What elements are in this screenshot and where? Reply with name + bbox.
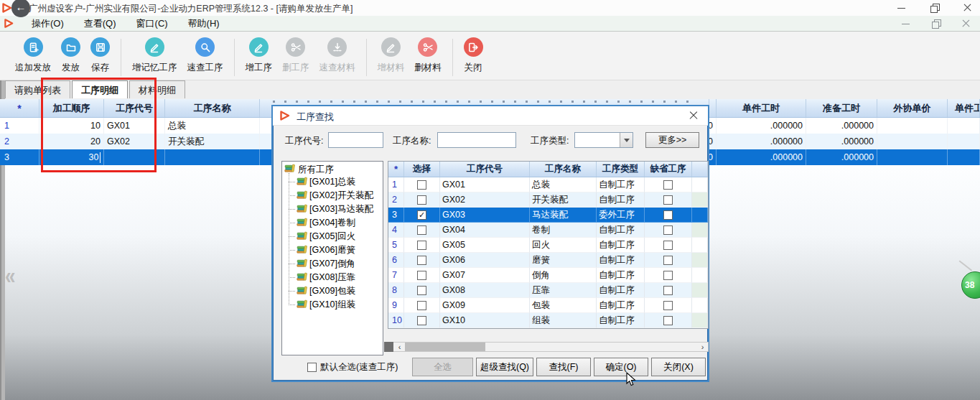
process-type-select[interactable]	[574, 132, 633, 148]
default-process-checkbox[interactable]	[663, 301, 673, 310]
default-process-checkbox[interactable]	[663, 286, 673, 295]
toolbar-button-label: 增工序	[246, 62, 273, 74]
dialog-table-row-GX07[interactable]: 7GX07倒角自制工序	[388, 268, 708, 283]
toolbar-button-增工序[interactable]: 增工序	[241, 37, 278, 74]
tree-item-7[interactable]: [GX08]压靠	[282, 271, 383, 284]
toolbar-button-速查材料[interactable]: 速查材料	[314, 37, 360, 74]
tree-item-6[interactable]: [GX07]倒角	[282, 257, 383, 271]
extra-cell	[692, 313, 708, 328]
back-overlay-icon[interactable]: ←	[11, 0, 30, 17]
toolbar-button-增记忆工序[interactable]: 增记忆工序	[127, 37, 182, 74]
scroll-right-icon[interactable]: ›	[698, 343, 707, 351]
toolbar-button-保存[interactable]: 保存	[85, 37, 115, 74]
save-icon	[90, 37, 110, 57]
dialog-table-row-GX10[interactable]: 10GX10组装自制工序	[388, 313, 708, 328]
dialog-table-row-GX01[interactable]: 1GX01总装自制工序	[388, 177, 708, 192]
toolbar-button-关闭[interactable]: 关闭	[459, 37, 488, 74]
process-type-cell: 自制工序	[597, 177, 645, 192]
default-process-checkbox[interactable]	[663, 180, 673, 190]
scrollbar-split-block[interactable]	[384, 342, 393, 352]
more-button[interactable]: 更多>>	[645, 132, 699, 148]
select-checkbox[interactable]	[417, 180, 426, 190]
scrollbar-thumb[interactable]	[405, 343, 485, 351]
dialog-table-row-GX03[interactable]: 3GX03马达装配委外工序	[388, 208, 708, 223]
dialog-table-row-GX02[interactable]: 2GX02开关装配自制工序	[388, 192, 708, 208]
default-process-checkbox[interactable]	[663, 271, 673, 280]
select-checkbox[interactable]	[417, 210, 426, 220]
toolbar-button-发放[interactable]: 发放	[56, 37, 85, 74]
tree-item-3[interactable]: [GX04]卷制	[282, 216, 383, 230]
toolbar-button-增材料[interactable]: 增材料	[373, 37, 410, 74]
select-checkbox[interactable]	[417, 286, 426, 295]
select-cell	[404, 298, 440, 313]
default-process-checkbox[interactable]	[663, 225, 673, 235]
process-name-cell: 开关装配	[530, 192, 597, 208]
tree-item-1[interactable]: [GX02]开关装配	[282, 189, 383, 203]
minimize-button[interactable]	[895, 2, 908, 14]
horizontal-scrollbar[interactable]: ‹ ›	[384, 342, 709, 352]
select-checkbox[interactable]	[417, 195, 426, 205]
dialog-button-确定(O)[interactable]: 确定(O)	[594, 358, 648, 376]
select-checkbox[interactable]	[417, 271, 426, 280]
default-process-checkbox[interactable]	[663, 316, 673, 325]
restore-button[interactable]	[928, 2, 941, 14]
process-type-cell: 自制工序	[597, 313, 645, 328]
cell: 0	[709, 149, 717, 165]
menu-item-3[interactable]: 帮助(H)	[178, 16, 230, 32]
tree-item-4[interactable]: [GX05]回火	[282, 230, 383, 243]
dialog-button-超级查找(Q)[interactable]: 超级查找(Q)	[476, 358, 533, 376]
dialog-button-查找(F)[interactable]: 查找(F)	[536, 358, 591, 376]
tree-item-5[interactable]: [GX06]磨簧	[282, 243, 383, 257]
menu-item-1[interactable]: 查看(Q)	[74, 16, 126, 32]
toolbar-button-删材料[interactable]: 删材料	[409, 37, 447, 74]
cell: 开关装配	[165, 134, 260, 149]
select-checkbox[interactable]	[417, 316, 426, 325]
tree-item-0[interactable]: [GX01]总装	[282, 175, 383, 189]
dialog-title: 工序查找	[297, 111, 334, 124]
collapse-panel-icon[interactable]: «	[5, 263, 15, 287]
dialog-column-header-工序代号: 工序代号	[440, 162, 530, 177]
mdi-close-button[interactable]	[960, 18, 973, 29]
mouse-cursor	[626, 372, 638, 390]
toolbar-button-速查工序[interactable]: 速查工序	[182, 37, 228, 74]
tree-item-2[interactable]: [GX03]马达装配	[282, 203, 383, 216]
toolbar-button-删工序[interactable]: 删工序	[277, 37, 314, 74]
doc-add-icon	[24, 37, 43, 57]
close-button[interactable]	[961, 2, 974, 14]
process-code-cell: GX04	[440, 223, 530, 238]
chevron-down-icon[interactable]	[620, 133, 633, 147]
process-code-input[interactable]	[328, 132, 383, 148]
tree-item-9[interactable]: [GX10]组装	[282, 298, 383, 312]
dialog-table-row-GX08[interactable]: 8GX08压靠自制工序	[388, 283, 708, 298]
dialog-button-关闭(X)[interactable]: 关闭(X)	[651, 358, 706, 376]
dialog-button-全选[interactable]: 全选	[412, 358, 473, 376]
dialog-table-row-GX04[interactable]: 4GX04卷制自制工序	[388, 223, 708, 238]
row-number: 8	[388, 283, 404, 298]
dialog-close-icon[interactable]	[688, 110, 699, 121]
process-name-input[interactable]	[437, 132, 516, 148]
cell: 0	[709, 118, 717, 134]
toolbar-separator	[234, 39, 235, 76]
dialog-titlebar[interactable]: 工序查找	[273, 106, 708, 126]
menu-item-0[interactable]: 操作(O)	[22, 16, 74, 32]
select-checkbox[interactable]	[417, 241, 426, 250]
default-process-checkbox[interactable]	[663, 210, 673, 220]
dialog-table-row-GX06[interactable]: 6GX06磨簧自制工序	[388, 253, 708, 268]
select-checkbox[interactable]	[417, 301, 426, 310]
default-select-all-checkbox[interactable]	[307, 363, 317, 372]
select-checkbox[interactable]	[417, 256, 426, 265]
row-number: 5	[388, 238, 404, 253]
select-checkbox[interactable]	[417, 225, 426, 235]
mdi-minimize-button[interactable]	[900, 18, 913, 29]
tree-root-item[interactable]: 所有工序	[282, 162, 383, 175]
dialog-table-row-GX05[interactable]: 5GX05回火自制工序	[388, 238, 708, 253]
menu-item-2[interactable]: 窗口(C)	[126, 16, 178, 32]
default-process-checkbox[interactable]	[663, 195, 673, 205]
default-process-checkbox[interactable]	[663, 256, 673, 265]
toolbar-button-追加发放[interactable]: 追加发放	[10, 37, 56, 74]
mdi-restore-button[interactable]	[930, 18, 943, 29]
dialog-table-row-GX09[interactable]: 9GX09包装自制工序	[388, 298, 708, 313]
tree-item-8[interactable]: [GX09]包装	[282, 284, 383, 298]
scroll-left-icon[interactable]: ‹	[395, 343, 404, 351]
default-process-checkbox[interactable]	[663, 241, 673, 250]
